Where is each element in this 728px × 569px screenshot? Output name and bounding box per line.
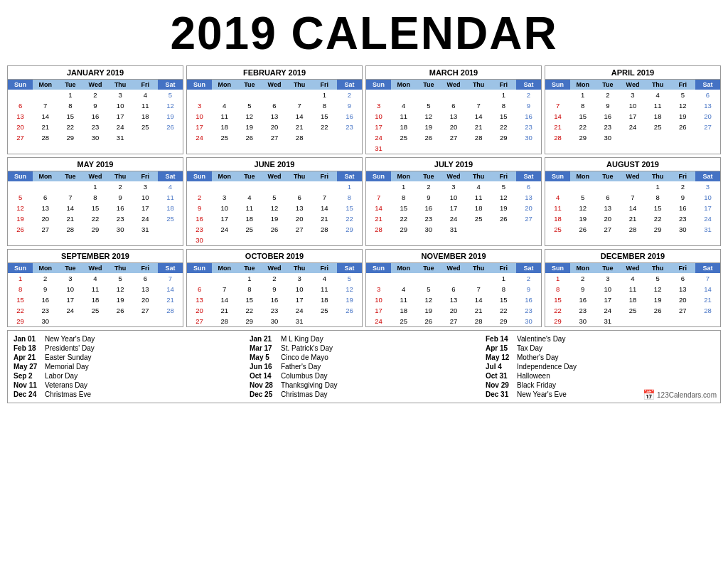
day-cell: 10: [695, 192, 720, 203]
month-title: FEBRUARY 2019: [187, 66, 362, 80]
day-header: Mon: [391, 171, 416, 181]
day-cell: 24: [187, 132, 212, 143]
holiday-date: May 12: [486, 353, 513, 361]
day-header: Wed: [620, 171, 645, 181]
day-cell: [545, 181, 570, 192]
day-header: Sat: [695, 171, 720, 181]
day-header: Mon: [212, 80, 237, 90]
day-cell: 28: [620, 224, 645, 235]
day-cell: [466, 224, 491, 235]
day-cell: 19: [416, 305, 441, 316]
day-cell: 7: [466, 100, 491, 111]
day-cell: 2: [82, 90, 107, 100]
day-header: Sun: [545, 80, 570, 90]
day-cell: 9: [516, 100, 541, 111]
holiday-name: Veterans Day: [45, 381, 87, 389]
day-cell: 31: [695, 224, 720, 235]
day-cell: 19: [416, 122, 441, 132]
day-header: Mon: [212, 263, 237, 273]
day-cell: 5: [337, 273, 362, 284]
day-cell: 19: [8, 213, 33, 224]
month-title: MARCH 2019: [366, 66, 541, 80]
day-cell: 20: [441, 305, 466, 316]
day-cell: 15: [545, 294, 570, 305]
day-cell: 23: [516, 305, 541, 316]
day-cell: [187, 90, 212, 100]
holiday-name: New Year's Eve: [517, 390, 567, 398]
day-cell: 10: [620, 100, 645, 111]
month-title: JULY 2019: [366, 158, 541, 171]
day-cell: 30: [570, 316, 595, 326]
day-cell: 8: [491, 284, 516, 294]
day-cell: 14: [312, 203, 337, 213]
day-cell: 25: [391, 132, 416, 143]
day-cell: 13: [441, 111, 466, 122]
day-header: Sun: [366, 171, 391, 181]
day-cell: 27: [441, 132, 466, 143]
day-cell: 28: [158, 305, 183, 316]
day-cell: 23: [108, 213, 133, 224]
day-header: Sun: [366, 263, 391, 273]
day-cell: 11: [158, 192, 183, 203]
day-cell: 16: [570, 294, 595, 305]
day-cell: [366, 181, 391, 192]
day-cell: 10: [595, 284, 620, 294]
day-cell: 15: [337, 203, 362, 213]
day-cell: 27: [187, 316, 212, 326]
month-block: MARCH 2019SunMonTueWedThuFriSat123456789…: [365, 65, 542, 154]
day-cell: 9: [33, 284, 58, 294]
day-cell: [620, 316, 645, 326]
day-cell: [441, 143, 466, 154]
holiday-date: Feb 18: [14, 344, 41, 352]
month-block: APRIL 2019SunMonTueWedThuFriSat123456789…: [545, 65, 721, 154]
day-cell: 3: [108, 90, 133, 100]
day-cell: 31: [366, 143, 391, 154]
holiday-date: Jul 4: [486, 363, 513, 371]
day-cell: 24: [58, 305, 82, 316]
day-header: Mon: [570, 263, 595, 273]
holiday-date: Apr 15: [486, 344, 513, 352]
holiday-name: Easter Sunday: [45, 353, 92, 361]
day-cell: 25: [82, 305, 107, 316]
day-cell: 5: [416, 284, 441, 294]
day-cell: 24: [133, 213, 158, 224]
holiday-item: Apr 15Tax Day: [486, 344, 714, 352]
day-header: Thu: [646, 80, 670, 90]
day-header: Sat: [158, 80, 183, 90]
day-cell: [646, 316, 670, 326]
holiday-date: Nov 11: [14, 381, 41, 389]
day-cell: 29: [8, 316, 33, 326]
day-cell: 10: [58, 284, 82, 294]
day-cell: 1: [337, 181, 362, 192]
day-cell: 20: [262, 122, 287, 132]
day-cell: 9: [516, 284, 541, 294]
month-block: MAY 2019SunMonTueWedThuFriSat12345678910…: [7, 157, 183, 246]
day-cell: 29: [391, 224, 416, 235]
day-cell: 12: [416, 294, 441, 305]
day-cell: 8: [570, 100, 595, 111]
day-header: Sat: [695, 80, 720, 90]
day-cell: 5: [108, 273, 133, 284]
holiday-date: May 27: [14, 363, 41, 371]
day-header: Sat: [516, 263, 541, 273]
day-cell: [58, 316, 82, 326]
day-cell: [416, 90, 441, 100]
day-cell: 4: [545, 192, 570, 203]
month-title: SEPTEMBER 2019: [8, 250, 183, 263]
month-title: JANUARY 2019: [8, 66, 183, 80]
day-cell: 6: [441, 284, 466, 294]
day-header: Thu: [108, 263, 133, 273]
day-cell: 1: [491, 90, 516, 100]
day-cell: 15: [82, 203, 107, 213]
day-cell: 22: [312, 122, 337, 132]
day-cell: 23: [595, 122, 620, 132]
day-header: Sat: [337, 263, 362, 273]
holiday-name: Columbus Day: [281, 372, 328, 380]
day-cell: 5: [491, 181, 516, 192]
day-cell: 10: [366, 111, 391, 122]
day-cell: [8, 181, 33, 192]
day-cell: 2: [595, 90, 620, 100]
day-cell: 4: [466, 181, 491, 192]
day-cell: 5: [646, 273, 670, 284]
day-header: Mon: [212, 171, 237, 181]
